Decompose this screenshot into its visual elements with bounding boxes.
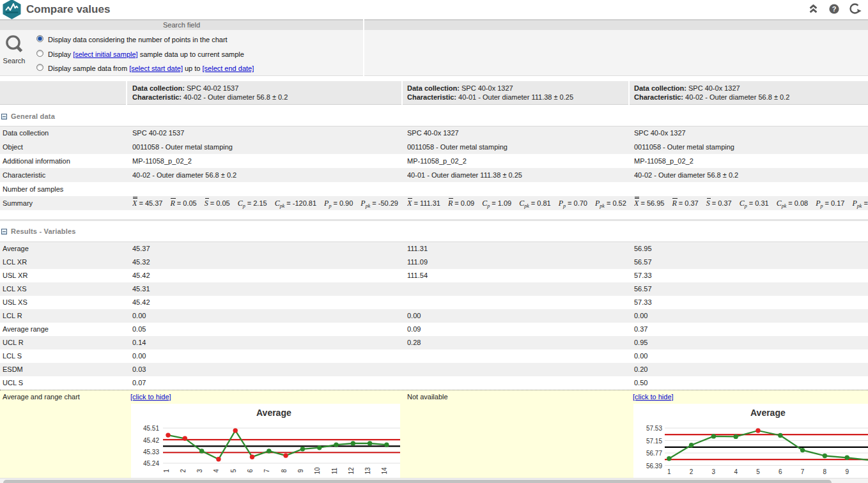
svg-text:5: 5 (230, 469, 237, 473)
svg-text:57.15: 57.15 (646, 438, 662, 445)
svg-text:56.39: 56.39 (646, 463, 662, 470)
svg-text:2: 2 (690, 468, 694, 475)
svg-text:56.77: 56.77 (646, 450, 662, 457)
svg-text:3: 3 (196, 469, 203, 473)
svg-text:45.24: 45.24 (143, 460, 159, 467)
svg-text:9: 9 (845, 468, 849, 475)
svg-text:9: 9 (297, 469, 304, 473)
svg-text:57.53: 57.53 (646, 425, 662, 432)
svg-text:Average: Average (750, 408, 786, 418)
svg-text:45.42: 45.42 (143, 437, 159, 444)
svg-text:1: 1 (163, 469, 170, 473)
svg-text:45.51: 45.51 (143, 425, 159, 432)
svg-text:8: 8 (281, 469, 288, 473)
svg-text:45.33: 45.33 (143, 448, 159, 456)
svg-text:7: 7 (263, 469, 270, 473)
svg-text:1: 1 (667, 468, 671, 475)
svg-text:4: 4 (213, 469, 220, 473)
svg-text:4: 4 (734, 468, 738, 475)
svg-text:6: 6 (779, 468, 782, 475)
svg-text:6: 6 (247, 469, 254, 473)
svg-text:13: 13 (364, 467, 371, 475)
svg-text:10: 10 (314, 467, 321, 475)
svg-text:12: 12 (348, 467, 355, 475)
svg-text:2: 2 (180, 469, 187, 473)
svg-text:7: 7 (801, 468, 805, 475)
svg-text:5: 5 (756, 468, 760, 475)
svg-text:Average: Average (256, 408, 291, 418)
svg-text:14: 14 (381, 467, 388, 475)
svg-text:3: 3 (712, 468, 716, 475)
svg-text:?: ? (832, 5, 837, 13)
svg-text:11: 11 (331, 467, 338, 474)
svg-text:8: 8 (823, 468, 827, 475)
